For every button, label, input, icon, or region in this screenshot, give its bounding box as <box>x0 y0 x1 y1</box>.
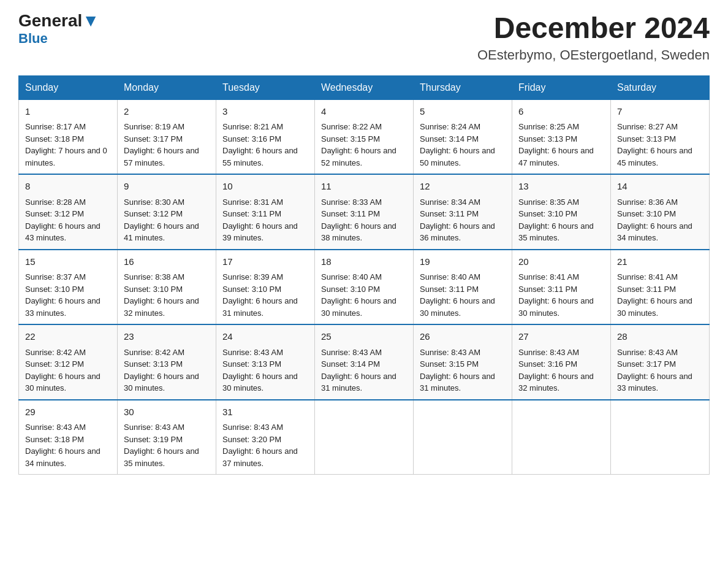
calendar-cell: 22Sunrise: 8:42 AMSunset: 3:12 PMDayligh… <box>19 324 118 400</box>
calendar-cell: 7Sunrise: 8:27 AMSunset: 3:13 PMDaylight… <box>611 99 710 174</box>
weekday-header-saturday: Saturday <box>611 75 710 99</box>
calendar-cell: 26Sunrise: 8:43 AMSunset: 3:15 PMDayligh… <box>414 324 512 400</box>
calendar-cell: 18Sunrise: 8:40 AMSunset: 3:10 PMDayligh… <box>315 250 414 325</box>
page-header: General▼ Blue December 2024 OEsterbymo, … <box>18 12 710 63</box>
day-number: 4 <box>321 105 407 119</box>
calendar-week-row: 8Sunrise: 8:28 AMSunset: 3:12 PMDaylight… <box>19 174 710 250</box>
day-number: 8 <box>25 180 111 194</box>
sunrise-info: Sunrise: 8:17 AMSunset: 3:18 PMDaylight:… <box>25 122 107 167</box>
weekday-header-wednesday: Wednesday <box>315 75 414 99</box>
calendar-table: SundayMondayTuesdayWednesdayThursdayFrid… <box>18 75 710 475</box>
day-number: 26 <box>420 330 506 344</box>
day-number: 2 <box>124 105 210 119</box>
sunrise-info: Sunrise: 8:43 AMSunset: 3:20 PMDaylight:… <box>222 423 298 468</box>
logo-triangle-icon: ▼ <box>82 11 99 30</box>
day-number: 1 <box>25 105 111 119</box>
day-number: 15 <box>25 255 111 269</box>
calendar-cell: 11Sunrise: 8:33 AMSunset: 3:11 PMDayligh… <box>315 174 414 250</box>
calendar-cell: 31Sunrise: 8:43 AMSunset: 3:20 PMDayligh… <box>216 400 315 475</box>
day-number: 23 <box>124 330 210 344</box>
day-number: 9 <box>124 180 210 194</box>
weekday-header-tuesday: Tuesday <box>216 75 315 99</box>
calendar-cell: 24Sunrise: 8:43 AMSunset: 3:13 PMDayligh… <box>216 324 315 400</box>
sunrise-info: Sunrise: 8:43 AMSunset: 3:19 PMDaylight:… <box>124 423 199 468</box>
sunrise-info: Sunrise: 8:25 AMSunset: 3:13 PMDaylight:… <box>518 122 594 167</box>
calendar-cell: 20Sunrise: 8:41 AMSunset: 3:11 PMDayligh… <box>512 250 611 325</box>
sunrise-info: Sunrise: 8:22 AMSunset: 3:15 PMDaylight:… <box>321 122 396 167</box>
sunrise-info: Sunrise: 8:43 AMSunset: 3:13 PMDaylight:… <box>222 348 298 393</box>
calendar-week-row: 15Sunrise: 8:37 AMSunset: 3:10 PMDayligh… <box>19 250 710 325</box>
day-number: 3 <box>222 105 308 119</box>
calendar-cell: 4Sunrise: 8:22 AMSunset: 3:15 PMDaylight… <box>315 99 414 174</box>
sunrise-info: Sunrise: 8:19 AMSunset: 3:17 PMDaylight:… <box>124 122 199 167</box>
sunrise-info: Sunrise: 8:31 AMSunset: 3:11 PMDaylight:… <box>222 197 298 243</box>
day-number: 27 <box>518 330 604 344</box>
day-number: 22 <box>25 330 111 344</box>
sunrise-info: Sunrise: 8:43 AMSunset: 3:15 PMDaylight:… <box>420 348 495 393</box>
location-title: OEsterbymo, OEstergoetland, Sweden <box>477 47 710 63</box>
calendar-cell: 1Sunrise: 8:17 AMSunset: 3:18 PMDaylight… <box>19 99 118 174</box>
sunrise-info: Sunrise: 8:37 AMSunset: 3:10 PMDaylight:… <box>25 272 100 318</box>
calendar-cell: 14Sunrise: 8:36 AMSunset: 3:10 PMDayligh… <box>611 174 710 250</box>
calendar-cell: 29Sunrise: 8:43 AMSunset: 3:18 PMDayligh… <box>19 400 118 475</box>
logo-general: General▼ <box>18 12 99 29</box>
calendar-cell: 15Sunrise: 8:37 AMSunset: 3:10 PMDayligh… <box>19 250 118 325</box>
calendar-cell: 8Sunrise: 8:28 AMSunset: 3:12 PMDaylight… <box>19 174 118 250</box>
sunrise-info: Sunrise: 8:35 AMSunset: 3:10 PMDaylight:… <box>518 197 594 243</box>
weekday-header-monday: Monday <box>118 75 216 99</box>
calendar-cell: 16Sunrise: 8:38 AMSunset: 3:10 PMDayligh… <box>118 250 216 325</box>
day-number: 11 <box>321 180 407 194</box>
sunrise-info: Sunrise: 8:28 AMSunset: 3:12 PMDaylight:… <box>25 197 100 243</box>
calendar-cell: 9Sunrise: 8:30 AMSunset: 3:12 PMDaylight… <box>118 174 216 250</box>
weekday-header-friday: Friday <box>512 75 611 99</box>
calendar-cell: 3Sunrise: 8:21 AMSunset: 3:16 PMDaylight… <box>216 99 315 174</box>
sunrise-info: Sunrise: 8:43 AMSunset: 3:16 PMDaylight:… <box>518 348 594 393</box>
calendar-cell <box>414 400 512 475</box>
calendar-cell <box>315 400 414 475</box>
calendar-week-row: 22Sunrise: 8:42 AMSunset: 3:12 PMDayligh… <box>19 324 710 400</box>
calendar-cell: 23Sunrise: 8:42 AMSunset: 3:13 PMDayligh… <box>118 324 216 400</box>
calendar-cell: 12Sunrise: 8:34 AMSunset: 3:11 PMDayligh… <box>414 174 512 250</box>
sunrise-info: Sunrise: 8:43 AMSunset: 3:18 PMDaylight:… <box>25 423 100 468</box>
sunrise-info: Sunrise: 8:38 AMSunset: 3:10 PMDaylight:… <box>124 272 199 318</box>
sunrise-info: Sunrise: 8:39 AMSunset: 3:10 PMDaylight:… <box>222 272 298 318</box>
calendar-cell: 30Sunrise: 8:43 AMSunset: 3:19 PMDayligh… <box>118 400 216 475</box>
sunrise-info: Sunrise: 8:42 AMSunset: 3:13 PMDaylight:… <box>124 348 199 393</box>
day-number: 14 <box>617 180 703 194</box>
sunrise-info: Sunrise: 8:33 AMSunset: 3:11 PMDaylight:… <box>321 197 396 243</box>
title-area: December 2024 OEsterbymo, OEstergoetland… <box>477 12 710 63</box>
day-number: 24 <box>222 330 308 344</box>
sunrise-info: Sunrise: 8:30 AMSunset: 3:12 PMDaylight:… <box>124 197 199 243</box>
day-number: 25 <box>321 330 407 344</box>
calendar-cell: 25Sunrise: 8:43 AMSunset: 3:14 PMDayligh… <box>315 324 414 400</box>
sunrise-info: Sunrise: 8:36 AMSunset: 3:10 PMDaylight:… <box>617 197 692 243</box>
calendar-cell <box>512 400 611 475</box>
sunrise-info: Sunrise: 8:43 AMSunset: 3:14 PMDaylight:… <box>321 348 396 393</box>
day-number: 5 <box>420 105 506 119</box>
day-number: 31 <box>222 405 308 419</box>
logo: General▼ Blue <box>18 12 99 47</box>
weekday-header-sunday: Sunday <box>19 75 118 99</box>
sunrise-info: Sunrise: 8:27 AMSunset: 3:13 PMDaylight:… <box>617 122 692 167</box>
calendar-week-row: 29Sunrise: 8:43 AMSunset: 3:18 PMDayligh… <box>19 400 710 475</box>
calendar-cell: 17Sunrise: 8:39 AMSunset: 3:10 PMDayligh… <box>216 250 315 325</box>
day-number: 13 <box>518 180 604 194</box>
calendar-cell: 2Sunrise: 8:19 AMSunset: 3:17 PMDaylight… <box>118 99 216 174</box>
calendar-cell: 10Sunrise: 8:31 AMSunset: 3:11 PMDayligh… <box>216 174 315 250</box>
calendar-cell: 13Sunrise: 8:35 AMSunset: 3:10 PMDayligh… <box>512 174 611 250</box>
calendar-cell: 5Sunrise: 8:24 AMSunset: 3:14 PMDaylight… <box>414 99 512 174</box>
day-number: 19 <box>420 255 506 269</box>
day-number: 28 <box>617 330 703 344</box>
day-number: 7 <box>617 105 703 119</box>
calendar-cell <box>611 400 710 475</box>
sunrise-info: Sunrise: 8:40 AMSunset: 3:10 PMDaylight:… <box>321 272 396 318</box>
logo-blue: Blue <box>18 31 99 47</box>
calendar-header-row: SundayMondayTuesdayWednesdayThursdayFrid… <box>19 75 710 99</box>
day-number: 20 <box>518 255 604 269</box>
day-number: 30 <box>124 405 210 419</box>
day-number: 29 <box>25 405 111 419</box>
sunrise-info: Sunrise: 8:40 AMSunset: 3:11 PMDaylight:… <box>420 272 495 318</box>
sunrise-info: Sunrise: 8:41 AMSunset: 3:11 PMDaylight:… <box>518 272 594 318</box>
calendar-cell: 19Sunrise: 8:40 AMSunset: 3:11 PMDayligh… <box>414 250 512 325</box>
calendar-cell: 6Sunrise: 8:25 AMSunset: 3:13 PMDaylight… <box>512 99 611 174</box>
